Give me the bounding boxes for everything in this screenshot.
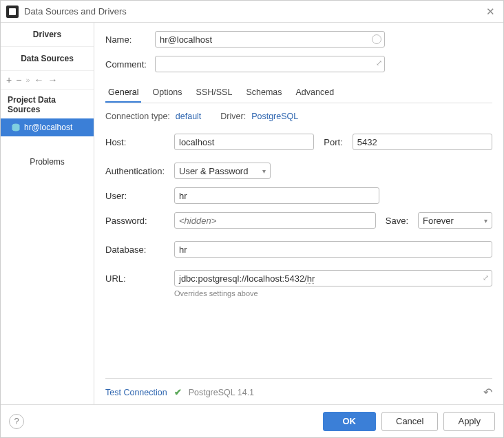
- sidebar-item-hrlocalhost[interactable]: hr@localhost: [1, 118, 94, 136]
- url-input[interactable]: jdbc:postgresql://localhost:5432/hr: [174, 270, 492, 286]
- comment-input[interactable]: [155, 56, 385, 72]
- comment-label: Comment:: [105, 59, 148, 70]
- minus-icon[interactable]: −: [16, 75, 21, 85]
- tabs: General Options SSH/SSL Schemas Advanced: [105, 83, 492, 103]
- user-label: User:: [105, 191, 174, 201]
- app-icon: [6, 6, 19, 18]
- auth-select[interactable]: User & Password: [174, 163, 271, 179]
- user-input[interactable]: [174, 187, 379, 204]
- help-icon[interactable]: ?: [9, 414, 24, 429]
- sidebar-section-drivers[interactable]: Drivers: [1, 23, 94, 47]
- test-connection-link[interactable]: Test Connection: [105, 388, 167, 397]
- color-circle-icon[interactable]: [372, 34, 381, 44]
- apply-button[interactable]: Apply: [443, 412, 495, 431]
- back-icon[interactable]: ←: [34, 75, 44, 85]
- port-input[interactable]: [353, 134, 492, 150]
- expand-icon[interactable]: ⤢: [376, 59, 382, 67]
- save-label: Save:: [386, 216, 408, 226]
- database-input[interactable]: [174, 241, 492, 258]
- plus-icon[interactable]: +: [6, 75, 12, 85]
- sidebar-header: Project Data Sources: [1, 90, 94, 118]
- sidebar-problems[interactable]: Problems: [1, 150, 94, 174]
- host-input[interactable]: [174, 134, 314, 150]
- tab-general[interactable]: General: [105, 83, 141, 103]
- name-input[interactable]: [155, 31, 385, 48]
- close-icon[interactable]: ✕: [483, 6, 498, 18]
- sidebar: Drivers Data Sources + − » ← → Project D…: [1, 23, 94, 404]
- titlebar: Data Sources and Drivers ✕: [1, 1, 503, 23]
- main-panel: Name: Comment: ⤢ General Options SSH/SSL…: [94, 23, 503, 404]
- auth-label: Authentication:: [105, 166, 174, 176]
- connection-type-value[interactable]: default: [176, 112, 202, 121]
- expand-icon[interactable]: ⤢: [483, 273, 489, 282]
- dialog-window: Data Sources and Drivers ✕ Drivers Data …: [0, 0, 504, 438]
- port-label: Port:: [324, 137, 342, 147]
- sidebar-item-label: hr@localhost: [24, 123, 72, 132]
- url-label: URL:: [105, 273, 174, 284]
- more-icon[interactable]: »: [25, 76, 30, 84]
- host-label: Host:: [105, 137, 174, 147]
- connection-type-label: Connection type:: [105, 112, 170, 121]
- tab-options[interactable]: Options: [149, 83, 185, 103]
- tab-schemas[interactable]: Schemas: [243, 83, 284, 103]
- footer: ? OK Cancel Apply: [1, 404, 503, 437]
- svg-point-2: [12, 128, 19, 131]
- revert-icon[interactable]: ↶: [483, 386, 492, 399]
- sidebar-toolbar: + − » ← →: [1, 71, 94, 90]
- save-select[interactable]: Forever: [418, 212, 492, 229]
- forward-icon[interactable]: →: [48, 75, 58, 85]
- driver-label: Driver:: [220, 112, 246, 121]
- ok-button[interactable]: OK: [323, 412, 377, 431]
- url-hint: Overrides settings above: [174, 289, 492, 298]
- tab-sshssl[interactable]: SSH/SSL: [193, 83, 235, 103]
- name-label: Name:: [105, 34, 148, 45]
- window-title: Data Sources and Drivers: [24, 6, 483, 17]
- check-icon: ✔: [174, 387, 182, 397]
- sidebar-section-datasources[interactable]: Data Sources: [1, 47, 94, 71]
- database-label: Database:: [105, 244, 174, 255]
- password-input[interactable]: [174, 212, 376, 229]
- driver-value[interactable]: PostgreSQL: [251, 112, 298, 121]
- password-label: Password:: [105, 216, 174, 226]
- tab-advanced[interactable]: Advanced: [293, 83, 337, 103]
- database-icon: [12, 123, 20, 132]
- status-text: PostgreSQL 14.1: [189, 388, 254, 397]
- cancel-button[interactable]: Cancel: [381, 412, 438, 431]
